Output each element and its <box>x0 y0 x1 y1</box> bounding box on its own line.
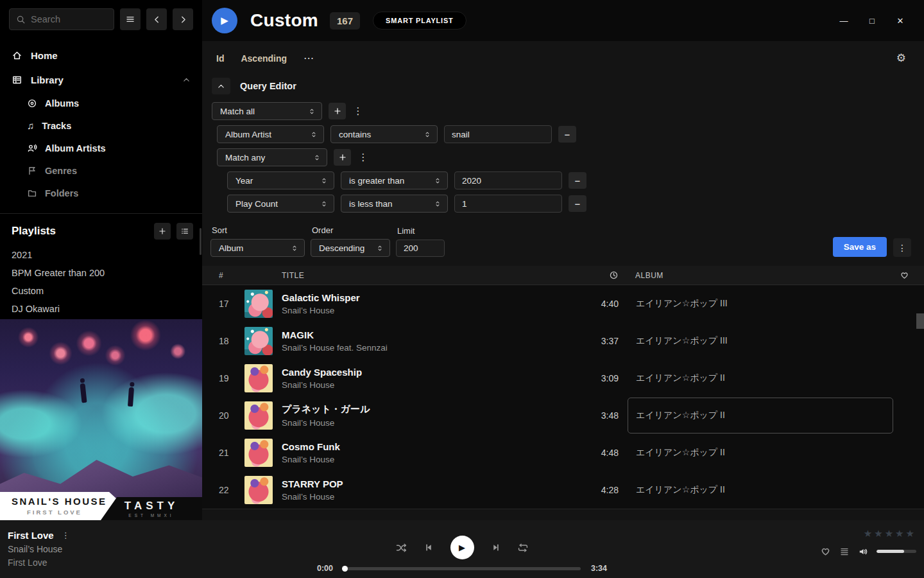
menu-button[interactable] <box>120 8 141 30</box>
forward-button[interactable] <box>173 8 193 30</box>
favorite-button[interactable] <box>820 546 831 557</box>
more-options-button[interactable]: ⋯ <box>304 52 315 64</box>
rule-value-input[interactable] <box>454 171 562 189</box>
sort-select[interactable]: Album <box>210 239 305 257</box>
track-title[interactable]: STARRY POP <box>282 478 572 489</box>
album-art-thumbnail[interactable] <box>244 327 273 355</box>
sort-order-button[interactable]: Ascending <box>241 53 287 64</box>
table-row[interactable]: 21 Cosmo Funk Snail’s House 4:48 エイリアン☆ポ… <box>202 434 924 471</box>
now-playing-cover-art[interactable]: SNAIL'S HOUSE FIRST LOVE TASTY EST MMXI <box>0 319 202 520</box>
star-icon[interactable]: ★ <box>906 528 916 539</box>
table-row[interactable]: 22 STARRY POP Snail’s House 4:28 エイリアン☆ポ… <box>202 471 924 509</box>
playlist-item[interactable]: BPM Greater than 200 <box>12 265 193 283</box>
rule-field-select[interactable]: Play Count <box>227 195 334 213</box>
match-type-select[interactable]: Match any <box>217 148 327 166</box>
save-options-button[interactable]: ⋮ <box>893 238 911 257</box>
star-icon[interactable]: ★ <box>874 528 884 539</box>
sidebar-item-folders[interactable]: Folders <box>0 182 202 204</box>
column-index[interactable]: # <box>219 271 244 280</box>
minimize-button[interactable]: — <box>834 11 853 30</box>
sidebar-item-albums[interactable]: Albums <box>0 92 202 114</box>
sort-field-button[interactable]: Id <box>216 53 224 64</box>
rule-operator-select[interactable]: is greater than <box>341 171 448 189</box>
group-options-button[interactable]: ⋮ <box>357 152 369 163</box>
track-album-cell[interactable]: エイリアン☆ポップ II <box>628 472 893 508</box>
track-artist[interactable]: Snail’s House <box>282 492 572 502</box>
playlist-item[interactable]: 2021 <box>12 247 193 265</box>
playlist-item[interactable]: DJ Okawari <box>12 301 193 319</box>
table-row[interactable]: 19 Candy Spaceship Snail’s House 3:09 エイ… <box>202 360 924 397</box>
settings-button[interactable]: ⚙ <box>896 51 906 65</box>
back-button[interactable] <box>146 8 167 30</box>
shuffle-button[interactable] <box>396 543 407 552</box>
column-album[interactable]: ALBUM <box>628 271 893 280</box>
group-options-button[interactable]: ⋮ <box>352 105 364 117</box>
table-row[interactable]: 18 MAGIK Snail’s House feat. Sennzai 3:3… <box>202 322 924 360</box>
search-box[interactable] <box>9 8 114 30</box>
track-title[interactable]: MAGIK <box>282 329 572 340</box>
remove-rule-button[interactable]: − <box>558 126 576 143</box>
chevron-up-icon[interactable] <box>182 76 191 84</box>
rule-operator-select[interactable]: contains <box>330 125 438 143</box>
playlist-item[interactable]: Custom <box>12 283 193 301</box>
star-icon[interactable]: ★ <box>895 528 905 539</box>
album-art-thumbnail[interactable] <box>244 476 273 504</box>
album-art-thumbnail[interactable] <box>244 290 273 318</box>
track-artist[interactable]: Snail’s House <box>282 306 572 315</box>
track-title[interactable]: Cosmo Funk <box>282 441 572 452</box>
column-title[interactable]: TITLE <box>282 271 572 280</box>
sidebar-item-home[interactable]: Home <box>0 43 202 67</box>
rule-value-input[interactable] <box>444 125 552 143</box>
track-album-cell[interactable]: エイリアン☆ポップ II <box>628 435 893 471</box>
track-album-cell[interactable]: エイリアン☆ポップ II <box>628 360 893 396</box>
track-artist[interactable]: Snail’s House <box>282 455 572 464</box>
track-artist[interactable]: Snail’s House <box>282 380 572 390</box>
play-playlist-button[interactable]: ▶ <box>212 8 237 33</box>
rule-operator-select[interactable]: is less than <box>341 195 448 213</box>
sidebar-item-tracks[interactable]: ♫ Tracks <box>0 114 202 137</box>
sidebar-item-album-artists[interactable]: Album Artists <box>0 137 202 159</box>
track-artist[interactable]: Snail’s House feat. Sennzai <box>282 343 572 353</box>
close-button[interactable]: ✕ <box>891 11 910 30</box>
favorite-column-header[interactable] <box>900 270 909 280</box>
track-album-cell[interactable]: エイリアン☆ポップ III <box>628 286 893 322</box>
track-title[interactable]: プラネット・ガール <box>282 403 572 416</box>
star-icon[interactable]: ★ <box>864 528 874 539</box>
limit-input[interactable] <box>396 240 445 257</box>
match-type-select[interactable]: Match all <box>212 102 322 120</box>
album-art-thumbnail[interactable] <box>244 401 273 430</box>
play-pause-button[interactable]: ▶ <box>450 536 474 559</box>
maximize-button[interactable]: □ <box>862 11 882 30</box>
track-album-cell[interactable]: エイリアン☆ポップ III <box>628 323 893 359</box>
track-title[interactable]: Galactic Whisper <box>282 292 572 303</box>
album-art-thumbnail[interactable] <box>244 364 273 392</box>
add-rule-button[interactable] <box>334 149 351 166</box>
remove-rule-button[interactable]: − <box>569 195 586 212</box>
track-album-cell[interactable]: エイリアン☆ポップ II <box>628 398 893 434</box>
sidebar-scrollbar[interactable] <box>200 228 201 255</box>
track-artist[interactable]: Snail’s House <box>282 418 572 428</box>
rating-stars[interactable]: ★★★★★ <box>820 528 916 539</box>
remove-rule-button[interactable]: − <box>569 172 586 189</box>
repeat-button[interactable] <box>517 543 529 552</box>
table-row[interactable]: 17 Galactic Whisper Snail’s House 4:40 エ… <box>202 285 924 322</box>
main-scrollbar-thumb[interactable] <box>916 313 924 329</box>
order-select[interactable]: Descending <box>311 239 390 257</box>
playlist-view-button[interactable] <box>176 223 193 240</box>
track-title[interactable]: Candy Spaceship <box>282 367 572 378</box>
star-icon[interactable]: ★ <box>885 528 895 539</box>
seek-slider[interactable] <box>343 567 581 570</box>
previous-button[interactable] <box>424 543 434 552</box>
sidebar-item-genres[interactable]: Genres <box>0 159 202 182</box>
add-rule-button[interactable] <box>329 103 346 119</box>
add-playlist-button[interactable] <box>154 223 171 240</box>
seek-handle[interactable] <box>342 566 348 572</box>
duration-column-header[interactable] <box>609 270 619 280</box>
album-art-thumbnail[interactable] <box>244 439 273 467</box>
volume-slider[interactable] <box>877 550 916 553</box>
collapse-query-editor-button[interactable] <box>212 78 230 94</box>
next-button[interactable] <box>491 543 501 552</box>
search-input[interactable] <box>31 14 101 24</box>
save-as-button[interactable]: Save as <box>833 237 887 257</box>
rule-field-select[interactable]: Album Artist <box>217 125 324 143</box>
